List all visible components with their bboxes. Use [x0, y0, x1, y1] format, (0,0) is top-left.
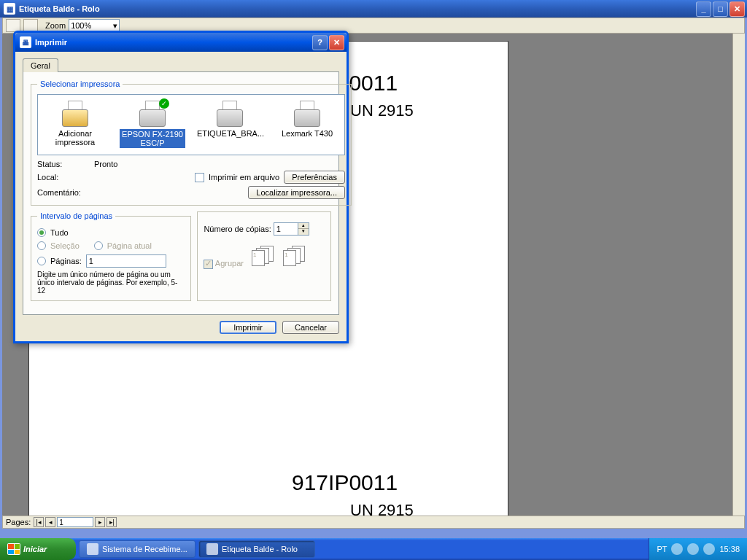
radio-selection: [37, 241, 46, 250]
local-label: Local:: [37, 173, 88, 182]
clock[interactable]: 15:38: [719, 545, 740, 553]
tray-icon-3[interactable]: [703, 543, 715, 555]
comment-label: Comentário:: [37, 188, 88, 197]
printer-icon-lexmark: [293, 101, 322, 127]
radio-selection-label: Seleção: [50, 241, 80, 250]
copies-spin-up[interactable]: ▲: [298, 223, 309, 229]
dropdown-arrow-icon: ▾: [113, 21, 117, 31]
system-tray: PT 15:38: [649, 538, 747, 560]
copies-label: Número de cópias:: [204, 225, 271, 233]
tray-icon-1[interactable]: [671, 543, 683, 555]
group-select-printer-legend: Selecionar impressora: [37, 79, 123, 88]
tab-general[interactable]: Geral: [23, 58, 58, 72]
window-title: Etiqueta Balde - Rolo: [19, 4, 696, 13]
dialog-close-button[interactable]: ✕: [329, 35, 344, 50]
radio-all[interactable]: [37, 228, 46, 237]
preferences-button[interactable]: Preferências: [284, 171, 345, 184]
tab-panel-general: Selecionar impressora Adicionar impresso…: [23, 71, 339, 315]
radio-pages[interactable]: [37, 257, 46, 265]
tray-icon-2[interactable]: [687, 543, 699, 555]
windows-logo-icon: [7, 543, 20, 555]
radio-all-label: Tudo: [50, 228, 69, 237]
group-copies: Número de cópias: ▲▼ ✓ Agrupar 321 321: [197, 211, 331, 301]
label-code-2: 917IP0011: [292, 470, 398, 495]
copies-input[interactable]: [274, 222, 298, 236]
label-un-1: UN 2915: [350, 101, 414, 120]
copies-spin-down[interactable]: ▼: [298, 229, 309, 235]
find-printer-button[interactable]: Localizar impressora...: [248, 186, 345, 199]
pager-prev-button[interactable]: ◂: [45, 517, 55, 527]
default-check-icon: ✓: [159, 98, 169, 109]
pager-bar: Pages: |◂ ◂ ▸ ▸|: [2, 516, 745, 529]
printer-icon-epson: ✓: [138, 101, 167, 127]
start-button[interactable]: Iniciar: [0, 538, 76, 560]
close-button[interactable]: ✕: [729, 1, 745, 17]
maximize-button[interactable]: □: [713, 1, 728, 17]
main-titlebar: ▦ Etiqueta Balde - Rolo _ □ ✕: [0, 0, 747, 18]
radio-current-label: Página atual: [107, 241, 152, 250]
printer-item-lexmark[interactable]: Lexmark T430: [274, 101, 340, 138]
label-un-2: UN 2915: [350, 501, 414, 516]
pages-input[interactable]: [86, 254, 166, 268]
print-button[interactable]: Imprimir: [220, 321, 276, 334]
radio-current-row: Página atual: [94, 241, 152, 250]
zoom-label: Zoom: [45, 21, 66, 30]
task-label-2: Etiqueta Balde - Rolo: [222, 545, 298, 553]
taskbar-item-sistema[interactable]: Sistema de Recebime...: [79, 540, 196, 558]
radio-selection-row: Seleção: [37, 241, 80, 250]
printer-item-epson[interactable]: ✓ EPSON FX-2190 ESC/P: [120, 101, 185, 148]
group-select-printer: Selecionar impressora Adicionar impresso…: [31, 79, 352, 206]
collate-label: Agrupar: [215, 259, 244, 268]
dialog-titlebar: 🖶 Imprimir ? ✕: [15, 33, 347, 52]
printer-label-add: Adicionar impressora: [42, 129, 108, 147]
dialog-title: Imprimir: [35, 38, 312, 47]
start-label: Iniciar: [23, 545, 47, 553]
printer-item-add[interactable]: Adicionar impressora: [42, 101, 108, 147]
pages-hint: Digite um único número de página ou um ú…: [37, 271, 185, 295]
radio-all-row[interactable]: Tudo: [37, 228, 185, 237]
print-to-file-label: Imprimir em arquivo: [209, 173, 279, 182]
printer-list: Adicionar impressora ✓ EPSON FX-2190 ESC…: [37, 94, 345, 155]
printer-label-epson: EPSON FX-2190 ESC/P: [120, 129, 185, 148]
task-label-1: Sistema de Recebime...: [102, 545, 187, 553]
printer-icon-etiqueta: [215, 101, 244, 127]
task-icon-1: [87, 543, 98, 555]
dialog-help-button[interactable]: ?: [312, 35, 328, 50]
group-page-range-legend: Intervalo de páginas: [37, 211, 115, 220]
printer-item-etiqueta[interactable]: ETIQUETA_BRA...: [197, 101, 263, 138]
group-page-range: Intervalo de páginas Tudo Seleção Página…: [31, 211, 191, 301]
zoom-value: 100%: [71, 21, 91, 30]
printer-label-etiqueta: ETIQUETA_BRA...: [197, 129, 263, 138]
app-icon: ▦: [4, 3, 15, 15]
minimize-button[interactable]: _: [696, 1, 711, 17]
pager-last-button[interactable]: ▸|: [107, 517, 117, 527]
print-dialog: 🖶 Imprimir ? ✕ Geral Selecionar impresso…: [13, 31, 349, 343]
language-indicator[interactable]: PT: [657, 545, 667, 553]
pager-label: Pages:: [6, 518, 31, 526]
radio-pages-row[interactable]: Páginas:: [37, 254, 185, 268]
collate-checkbox: ✓: [204, 260, 213, 269]
status-label: Status:: [37, 160, 88, 168]
printer-icon: 🖶: [20, 36, 31, 48]
print-to-file-checkbox[interactable]: [195, 173, 204, 182]
pager-next-button[interactable]: ▸: [95, 517, 105, 527]
radio-pages-label: Páginas:: [50, 257, 82, 265]
add-printer-icon: [61, 101, 90, 127]
status-value: Pronto: [94, 160, 189, 168]
collate-preview-icon: 321 321: [252, 246, 312, 268]
pager-first-button[interactable]: |◂: [34, 517, 44, 527]
pager-input[interactable]: [57, 517, 93, 527]
vertical-scrollbar[interactable]: [732, 34, 745, 516]
radio-current: [94, 241, 103, 250]
cancel-button[interactable]: Cancelar: [282, 321, 339, 334]
printer-label-lexmark: Lexmark T430: [274, 129, 340, 138]
task-icon-2: [206, 543, 218, 555]
taskbar-item-etiqueta[interactable]: Etiqueta Balde - Rolo: [198, 540, 315, 558]
taskbar: Iniciar Sistema de Recebime... Etiqueta …: [0, 538, 747, 560]
